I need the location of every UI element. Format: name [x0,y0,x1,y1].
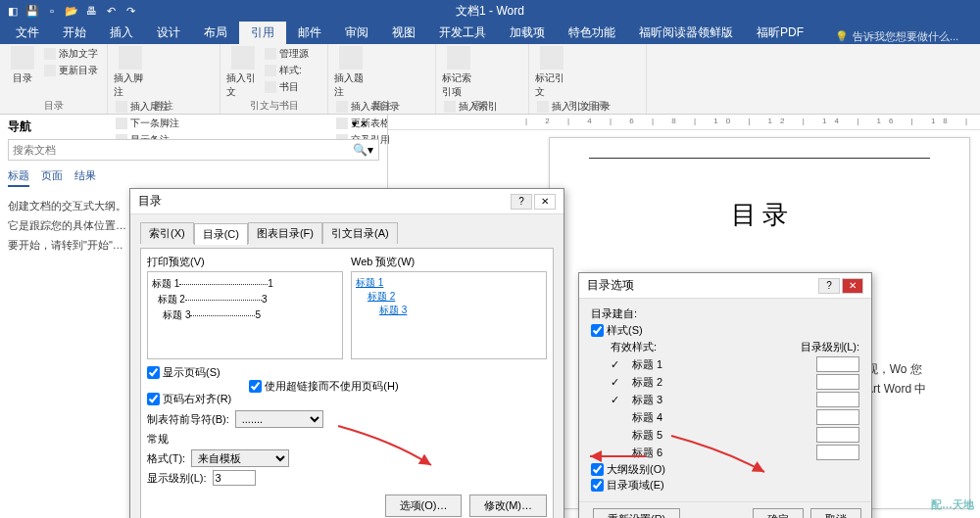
quick-access-toolbar: ◧ 💾 ▫ 📂 🖶 ↶ ↷ [6,4,137,18]
show-pagenum-checkbox[interactable]: 显示页码(S) [147,365,231,380]
nav-tab-headings[interactable]: 标题 [8,168,29,187]
nav-title: 导航 [8,118,379,135]
tell-me-search[interactable]: 💡告诉我您想要做什么... [835,29,958,44]
nav-tab-results[interactable]: 结果 [74,168,96,187]
search-input[interactable] [8,139,379,161]
window-title: 文档1 - Word [456,3,524,20]
help-icon[interactable]: ? [511,194,532,210]
ribbon: 目录 添加文字 更新目录 目录 插入脚注 插入尾注 下一条脚注 显示备注 脚注 … [0,44,980,115]
save-icon[interactable]: 💾 [25,4,39,18]
doc-toc-heading: 目 录 [589,198,930,232]
tab-leader-select[interactable]: ....... [235,410,323,428]
opt-cancel-button[interactable]: 取消 [810,508,861,518]
manage-sources-button[interactable]: 管理源 [263,46,311,62]
title-bar: ◧ 💾 ▫ 📂 🖶 ↶ ↷ 文档1 - Word [0,0,980,22]
tocdlg-tab-figures[interactable]: 图表目录(F) [248,222,322,244]
undo-icon[interactable]: ↶ [104,4,118,18]
print-preview-label: 打印预览(V) [147,255,343,269]
tocdlg-tab-toc[interactable]: 目录(C) [194,223,248,245]
toc-options-dialog: 目录选项 ?✕ 目录建自: 样式(S) 有效样式:目录级别(L): ✓标题 1 … [578,272,872,518]
tab-insert[interactable]: 插入 [98,22,145,44]
toc-dialog-title: 目录 [138,193,162,210]
format-select[interactable]: 来自模板 [191,449,289,467]
add-text-button[interactable]: 添加文字 [42,46,100,62]
level-input-3[interactable] [816,392,859,407]
right-align-checkbox[interactable]: 页码右对齐(R) [147,392,231,406]
tab-leader-label: 制表符前导符(B): [147,412,229,427]
options-button[interactable]: 选项(O)… [385,494,463,517]
ruler: | 2 | 4 | 6 | 8 | 10 | 12 | 14 | 16 | 18… [388,115,980,130]
opt-ok-button[interactable]: 确定 [753,508,804,518]
insert-caption-button[interactable]: 插入题注 [334,46,368,99]
opt-dialog-title: 目录选项 [587,277,634,294]
update-toc-button[interactable]: 更新目录 [42,63,100,78]
nav-close-icon[interactable]: ▾ ✕ [352,118,368,129]
new-icon[interactable]: ▫ [45,4,59,18]
group-label-footnotes: 脚注 [108,99,220,113]
tab-review[interactable]: 审阅 [333,22,380,44]
print-preview-box: 标题 11 标题 23 标题 35 [147,271,343,359]
web-preview-box: 标题 1 标题 2 标题 3 [351,271,547,359]
avail-styles-label: 有效样式: [611,340,657,354]
levels-label: 显示级别(L): [147,471,207,486]
toc-icon [11,46,34,70]
reset-button[interactable]: 重新设置(R) [593,508,680,518]
tab-foxitpdf[interactable]: 福昕PDF [745,22,815,44]
format-label: 格式(T): [147,451,185,466]
open-icon[interactable]: 📂 [65,4,78,18]
outline-checkbox[interactable]: 大纲级别(O) [591,462,859,477]
group-label-toc: 目录 [0,99,107,113]
word-icon: ◧ [6,4,20,18]
tab-file[interactable]: 文件 [4,22,51,44]
tab-design[interactable]: 设计 [145,22,192,44]
level-input-5[interactable] [816,427,859,443]
tab-view[interactable]: 视图 [380,22,427,44]
level-input-2[interactable] [816,374,859,390]
tab-mailings[interactable]: 邮件 [286,22,333,44]
tab-developer[interactable]: 开发工具 [427,22,498,44]
entry-fields-checkbox[interactable]: 目录项域(E) [591,478,859,493]
nav-tabs: 标题 页面 结果 [8,168,379,187]
redo-icon[interactable]: ↷ [123,4,137,18]
tab-layout[interactable]: 布局 [192,22,239,44]
level-input-6[interactable] [816,445,859,460]
group-label-citations: 引文与书目 [220,99,327,113]
toc-level-label: 目录级别(L): [801,340,860,354]
bibliography-button[interactable]: 书目 [263,79,311,95]
watermark: 配…天地 [931,497,974,512]
toc-dialog: 目录 ?✕ 索引(X) 目录(C) 图表目录(F) 引文目录(A) 打印预览(V… [129,188,564,518]
bulb-icon: 💡 [835,30,849,43]
modify-button[interactable]: 修改(M)… [469,494,548,517]
group-label-captions: 题注 [328,99,435,113]
style-dropdown[interactable]: 样式: [263,63,311,78]
insert-footnote-button[interactable]: 插入脚注 [114,46,147,99]
tab-home[interactable]: 开始 [51,22,98,44]
tab-special[interactable]: 特色功能 [557,22,627,44]
built-from-label: 目录建自: [591,306,859,321]
nav-tab-pages[interactable]: 页面 [41,168,63,187]
insert-citation-button[interactable]: 插入引文 [226,46,260,99]
mark-citation-button[interactable]: 标记引文 [535,46,568,99]
tab-references[interactable]: 引用 [239,22,286,44]
styles-checkbox[interactable]: 样式(S) [591,323,859,338]
group-label-index: 索引 [436,99,528,113]
group-label-toa: 引文目录 [529,99,646,113]
level-input-4[interactable] [816,409,859,425]
level-input-1[interactable] [816,356,859,372]
close-icon[interactable]: ✕ [842,278,863,294]
toc-button[interactable]: 目录 [6,46,39,85]
use-hyperlinks-checkbox[interactable]: 使用超链接而不使用页码(H) [249,365,398,406]
ribbon-tabs: 文件 开始 插入 设计 布局 引用 邮件 审阅 视图 开发工具 加载项 特色功能… [0,22,980,44]
tab-foxit[interactable]: 福昕阅读器领鲜版 [627,22,745,44]
tocdlg-tab-authorities[interactable]: 引文目录(A) [322,222,398,244]
web-preview-label: Web 预览(W) [351,255,547,269]
levels-input[interactable] [213,470,256,486]
close-icon[interactable]: ✕ [534,194,556,210]
tab-addins[interactable]: 加载项 [498,22,557,44]
tocdlg-tab-index[interactable]: 索引(X) [140,222,194,244]
help-icon[interactable]: ? [818,278,840,294]
print-icon[interactable]: 🖶 [84,4,98,18]
search-icon[interactable]: 🔍▾ [353,143,373,157]
mark-entry-button[interactable]: 标记索引项 [442,46,475,99]
general-label: 常规 [147,432,169,447]
